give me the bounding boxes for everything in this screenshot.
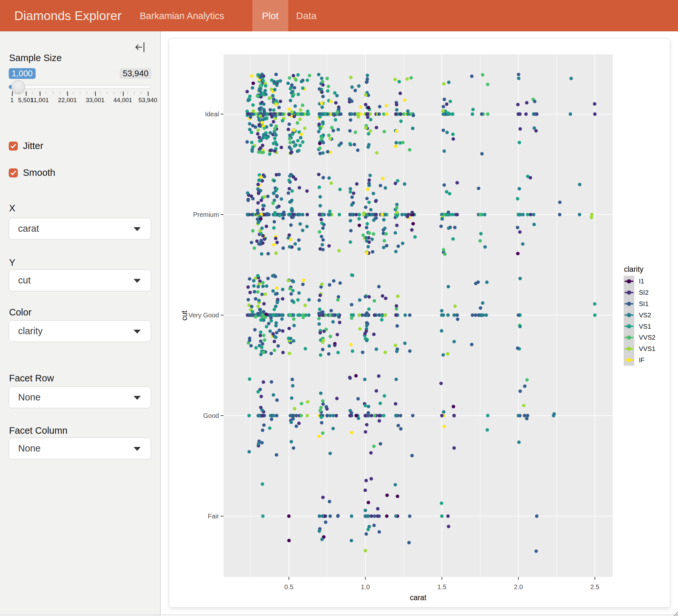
slider-tick-label: 22,001 (58, 97, 77, 104)
legend-label: VS1 (639, 323, 651, 330)
page-bottom-divider (0, 614, 678, 615)
chevron-down-icon (133, 227, 141, 233)
legend-label: SI1 (639, 300, 648, 307)
legend-label: I1 (639, 278, 644, 285)
svg-text:2.0: 2.0 (514, 583, 523, 590)
x-axis-title: carat (410, 593, 427, 602)
legend-label: IF (639, 357, 645, 364)
slider-tick-label: 44,001 (114, 97, 132, 104)
chevron-down-icon (133, 447, 141, 452)
legend: clarityI1SI2SI1VS2VS1VVS2VVS1IF (624, 265, 655, 366)
chevron-down-icon (133, 396, 141, 401)
facet-column-select-label: Facet Column (9, 425, 68, 436)
svg-text:Ideal: Ideal (205, 111, 219, 118)
slider-value-badge: 1,000 (9, 68, 36, 79)
facet-row-select[interactable]: None (9, 386, 151, 408)
jitter-checkbox-row[interactable]: Jitter (9, 140, 43, 151)
slider-max-badge: 53,940 (120, 68, 151, 79)
y-select[interactable]: cut (9, 270, 151, 291)
jitter-checkbox[interactable] (9, 141, 18, 151)
jitter-checkbox-label: Jitter (23, 140, 43, 151)
legend-label: VVS1 (639, 345, 655, 352)
facet-column-select-value: None (18, 438, 40, 459)
y-select-label: Y (9, 257, 15, 268)
x-select-label: X (9, 203, 15, 214)
svg-text:Good: Good (203, 412, 219, 419)
sidebar: Sample Size 1,000 53,940 15,50111,00122,… (0, 31, 161, 616)
legend-label: VS2 (639, 312, 651, 319)
check-icon (10, 169, 17, 176)
y-select-value: cut (18, 270, 31, 291)
sample-size-slider-handle[interactable] (11, 80, 25, 94)
svg-text:0.5: 0.5 (284, 583, 293, 590)
diamonds-scatter-plot: 0.51.01.52.02.5FairGoodVery GoodPremiumI… (169, 38, 670, 607)
legend-title: clarity (624, 265, 644, 274)
svg-text:Premium: Premium (193, 211, 219, 218)
sidebar-collapse-button[interactable] (134, 42, 146, 53)
smooth-checkbox-row[interactable]: Smooth (9, 167, 55, 178)
svg-text:1.5: 1.5 (437, 583, 446, 590)
check-icon (10, 142, 17, 150)
slider-tick-label: 11,001 (30, 97, 49, 104)
smooth-checkbox[interactable] (9, 168, 18, 177)
color-select-value: clarity (18, 321, 43, 342)
plot-output-card: 0.51.01.52.02.5FairGoodVery GoodPremiumI… (169, 38, 670, 608)
svg-text:Fair: Fair (208, 512, 219, 520)
color-select-label: Color (9, 307, 31, 318)
svg-text:1.0: 1.0 (361, 583, 370, 590)
tab-data[interactable]: Data (288, 0, 325, 31)
slider-tick-label: 53,940 (139, 97, 157, 104)
x-select-value: carat (18, 218, 39, 239)
tab-plot[interactable]: Plot (252, 0, 288, 31)
x-select[interactable]: carat (9, 218, 151, 240)
color-select[interactable]: clarity (9, 320, 151, 342)
nav-tabbar: Plot Data (252, 0, 325, 31)
y-axis-title: cut (180, 311, 189, 321)
sample-size-slider-track[interactable] (9, 85, 151, 89)
svg-text:Very Good: Very Good (188, 312, 219, 319)
svg-text:2.5: 2.5 (590, 583, 599, 590)
legend-label: SI2 (639, 289, 648, 296)
app-title: Diamonds Explorer (14, 0, 122, 31)
app-header: Diamonds Explorer Barkamian Analytics Pl… (0, 0, 678, 31)
facet-column-select[interactable]: None (9, 438, 151, 459)
smooth-checkbox-label: Smooth (23, 167, 55, 178)
facet-row-select-label: Facet Row (9, 373, 54, 384)
slider-tick-label: 33,001 (86, 97, 105, 104)
collapse-left-icon (134, 42, 146, 53)
facet-row-select-value: None (18, 387, 40, 408)
chevron-down-icon (133, 279, 141, 284)
app-subtitle: Barkamian Analytics (140, 0, 224, 31)
sample-size-label: Sample Size (9, 53, 62, 63)
legend-label: VVS2 (639, 334, 655, 341)
slider-tick-label: 1 (10, 97, 14, 104)
chevron-down-icon (133, 329, 141, 335)
